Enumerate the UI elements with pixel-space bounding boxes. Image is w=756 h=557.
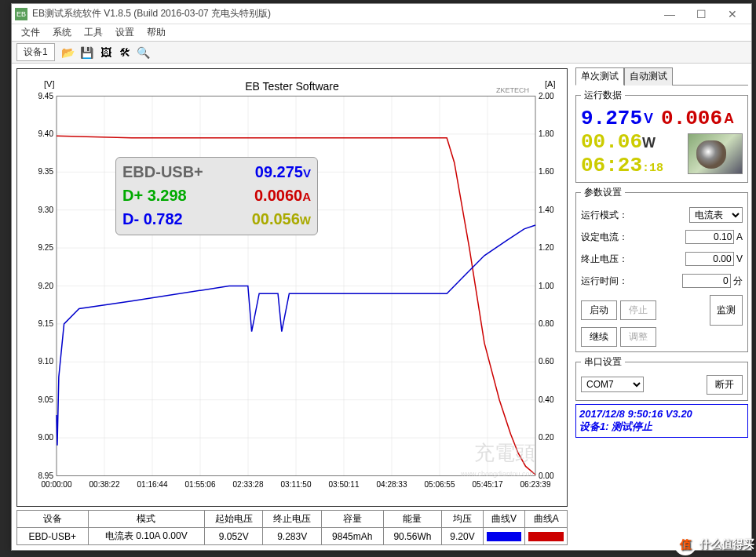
stop-button[interactable]: 停止 bbox=[620, 300, 656, 320]
toolbar: 设备1 📂 💾 🖼 🛠 🔍 bbox=[12, 42, 751, 64]
image-icon[interactable]: 🖼 bbox=[97, 44, 115, 61]
save-icon[interactable]: 💾 bbox=[79, 44, 96, 61]
status-message: 设备1: 测试停止 bbox=[579, 420, 744, 434]
table-header: 设备 bbox=[17, 511, 89, 528]
svg-text:1.00: 1.00 bbox=[539, 282, 554, 290]
overlay-power: 00.056 bbox=[252, 210, 300, 228]
run-time: 06:23 bbox=[581, 154, 642, 177]
cell-avgv: 9.20V bbox=[442, 528, 484, 545]
side-panel: 单次测试 自动测试 运行数据 9.275V 0.006A 00.06W 06:2… bbox=[572, 64, 751, 550]
tab-single-test[interactable]: 单次测试 bbox=[575, 67, 624, 86]
menu-file[interactable]: 文件 bbox=[15, 26, 46, 39]
chart-container: EB Tester Software [V] [A] 8.959.009.059… bbox=[16, 68, 568, 507]
table-header: 能量 bbox=[383, 511, 441, 528]
svg-text:2.00: 2.00 bbox=[539, 92, 554, 100]
menu-settings[interactable]: 设置 bbox=[109, 26, 141, 39]
svg-text:9.05: 9.05 bbox=[38, 395, 54, 404]
svg-text:02:33:28: 02:33:28 bbox=[233, 480, 264, 489]
tab-auto-test[interactable]: 自动测试 bbox=[624, 67, 673, 86]
adjust-button[interactable]: 调整 bbox=[620, 327, 656, 347]
app-window: EB EB测试系统软件 V1.8.5 (Build 2016-03-07 充电头… bbox=[11, 3, 752, 551]
run-time-label: 运行时间： bbox=[581, 275, 628, 288]
set-current-label: 设定电流： bbox=[581, 231, 628, 244]
svg-text:1.40: 1.40 bbox=[539, 206, 554, 214]
svg-text:1.80: 1.80 bbox=[539, 129, 554, 138]
com-select[interactable]: COM7 bbox=[581, 377, 644, 392]
cell-curve-a[interactable] bbox=[525, 528, 568, 545]
run-power: 00.06 bbox=[581, 130, 642, 154]
chart-title: EB Tester Software bbox=[245, 80, 339, 93]
overlay-dminus: 0.782 bbox=[144, 210, 183, 228]
table-header: 曲线A bbox=[525, 511, 568, 528]
table-header: 模式 bbox=[88, 511, 204, 528]
set-current-input[interactable] bbox=[685, 230, 734, 244]
svg-text:1.20: 1.20 bbox=[539, 243, 554, 252]
cell-curve-v[interactable] bbox=[483, 528, 525, 545]
app-icon: EB bbox=[15, 8, 27, 20]
svg-text:01:55:06: 01:55:06 bbox=[185, 480, 216, 489]
thumbnail-image bbox=[688, 133, 743, 174]
table-header: 曲线V bbox=[483, 511, 525, 528]
status-timestamp: 2017/12/8 9:50:16 V3.20 bbox=[579, 408, 744, 420]
params-group: 参数设置 运行模式： 电流表 设定电流： A 终止电压： V 运行时间： 分 bbox=[575, 186, 748, 352]
svg-text:9.25: 9.25 bbox=[38, 243, 54, 252]
menu-tools[interactable]: 工具 bbox=[78, 26, 109, 39]
minimize-button[interactable]: — bbox=[654, 4, 685, 24]
table-header: 起始电压 bbox=[205, 511, 263, 528]
cell-startv: 9.052V bbox=[205, 528, 263, 545]
chart-overlay: EBD-USB+ 09.275V D+ 3.298 0.0060A D- 0.7… bbox=[115, 157, 318, 235]
run-data-group: 运行数据 9.275V 0.006A 00.06W 06:23:18 bbox=[575, 89, 748, 183]
cell-energy: 90.56Wh bbox=[383, 528, 441, 545]
monitor-button[interactable]: 监测 bbox=[710, 295, 743, 326]
overlay-voltage: 09.275 bbox=[255, 163, 303, 180]
watermark-url: www.chongdiantou.com bbox=[461, 470, 535, 478]
continue-button[interactable]: 继续 bbox=[581, 327, 617, 347]
svg-text:8.95: 8.95 bbox=[38, 471, 54, 480]
svg-text:03:11:50: 03:11:50 bbox=[281, 480, 312, 489]
disconnect-button[interactable]: 断开 bbox=[707, 375, 743, 395]
mode-select[interactable]: 电流表 bbox=[689, 207, 743, 223]
menu-help[interactable]: 帮助 bbox=[141, 26, 172, 39]
corner-logo: 值 什么值得买 bbox=[674, 533, 754, 555]
menubar: 文件 系统 工具 设置 帮助 bbox=[12, 24, 751, 42]
cell-device: EBD-USB+ bbox=[17, 528, 89, 545]
end-voltage-input[interactable] bbox=[685, 252, 734, 266]
svg-text:0.60: 0.60 bbox=[539, 357, 554, 366]
svg-text:0.00: 0.00 bbox=[539, 471, 554, 480]
data-table: 设备模式起始电压终止电压容量能量均压曲线V曲线A EBD-USB+ 电流表 0.… bbox=[16, 510, 568, 545]
device-tab[interactable]: 设备1 bbox=[16, 43, 55, 61]
params-legend: 参数设置 bbox=[581, 186, 625, 199]
table-header: 终止电压 bbox=[263, 511, 321, 528]
run-voltage: 9.275 bbox=[581, 107, 642, 130]
corner-icon: 值 bbox=[674, 533, 696, 555]
overlay-device: EBD-USB+ bbox=[122, 161, 203, 184]
svg-text:03:50:11: 03:50:11 bbox=[329, 480, 360, 489]
run-data-legend: 运行数据 bbox=[581, 89, 625, 102]
open-icon[interactable]: 📂 bbox=[60, 44, 77, 61]
run-time-input[interactable] bbox=[682, 274, 731, 288]
svg-text:06:23:39: 06:23:39 bbox=[520, 480, 551, 489]
y-right-label: [A] bbox=[545, 79, 555, 89]
start-button[interactable]: 启动 bbox=[581, 300, 617, 320]
cell-capacity: 9845mAh bbox=[321, 528, 383, 545]
svg-text:05:06:55: 05:06:55 bbox=[425, 480, 455, 489]
svg-text:01:16:44: 01:16:44 bbox=[137, 480, 168, 489]
y-left-label: [V] bbox=[44, 79, 54, 89]
overlay-current: 0.0060 bbox=[254, 187, 302, 204]
end-voltage-label: 终止电压： bbox=[581, 253, 628, 266]
svg-text:05:45:17: 05:45:17 bbox=[473, 480, 503, 489]
zoom-icon[interactable]: 🔍 bbox=[135, 44, 152, 61]
mode-label: 运行模式： bbox=[581, 209, 628, 222]
svg-text:9.20: 9.20 bbox=[38, 282, 54, 290]
menu-system[interactable]: 系统 bbox=[46, 26, 78, 39]
overlay-dplus: 3.298 bbox=[148, 187, 187, 204]
close-button[interactable]: ✕ bbox=[717, 4, 748, 24]
table-header: 容量 bbox=[321, 511, 383, 528]
run-current: 0.006 bbox=[661, 107, 722, 130]
serial-legend: 串口设置 bbox=[581, 355, 625, 369]
svg-text:9.35: 9.35 bbox=[38, 167, 54, 176]
status-box: 2017/12/8 9:50:16 V3.20 设备1: 测试停止 bbox=[575, 404, 748, 438]
tools-icon[interactable]: 🛠 bbox=[116, 44, 133, 61]
maximize-button[interactable]: ☐ bbox=[685, 4, 717, 24]
svg-text:0.20: 0.20 bbox=[539, 433, 554, 442]
